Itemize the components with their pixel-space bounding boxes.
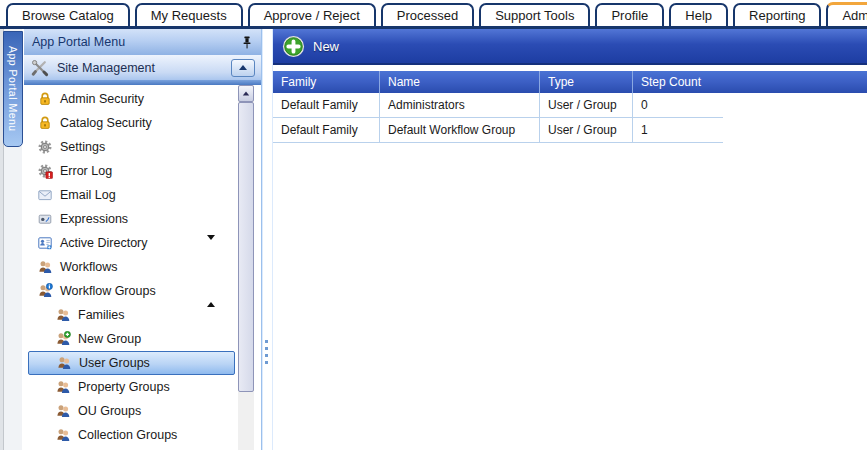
scrollbar-thumb[interactable] bbox=[238, 102, 254, 392]
sidebar-item-label: User Groups bbox=[79, 356, 150, 370]
cell-name: Administrators bbox=[380, 93, 540, 117]
sidebar-menu: Admin Security Catalog Security Settings… bbox=[24, 85, 261, 450]
people-icon bbox=[55, 427, 71, 443]
chevron-up-icon[interactable] bbox=[207, 288, 215, 302]
people-icon bbox=[55, 379, 71, 395]
sidebar-item-label: Email Log bbox=[60, 188, 116, 202]
people-icon bbox=[37, 259, 53, 275]
sidebar-item-settings[interactable]: Settings bbox=[24, 135, 261, 159]
sidebar-item-label: New Group bbox=[78, 332, 141, 346]
cell-type: User / Group bbox=[540, 118, 633, 142]
people-icon bbox=[55, 403, 71, 419]
sidebar-item-label: Settings bbox=[60, 140, 105, 154]
tab-profile[interactable]: Profile bbox=[595, 3, 664, 26]
main-panel: New Family Name Type Step Count Default … bbox=[273, 29, 867, 450]
new-button[interactable]: New bbox=[282, 35, 339, 58]
people-icon bbox=[55, 307, 71, 323]
tab-support-tools[interactable]: Support Tools bbox=[479, 3, 590, 26]
people-info-icon bbox=[37, 283, 53, 299]
gear-error-icon bbox=[37, 163, 53, 179]
people-add-icon bbox=[55, 331, 71, 347]
sidebar-item-label: Collection Groups bbox=[78, 428, 177, 442]
top-tab-bar: Browse Catalog My Requests Approve / Rej… bbox=[0, 0, 867, 29]
sidebar-title: App Portal Menu bbox=[32, 35, 241, 49]
lock-icon bbox=[37, 115, 53, 131]
envelope-icon bbox=[37, 187, 53, 203]
sidebar-item-new-group[interactable]: New Group bbox=[24, 327, 261, 351]
cell-type: User / Group bbox=[540, 93, 633, 117]
sidebar-item-active-directory[interactable]: Active Directory bbox=[24, 231, 261, 255]
people-icon bbox=[56, 355, 72, 371]
app-window: Browse Catalog My Requests Approve / Rej… bbox=[0, 0, 867, 450]
cell-step-count: 1 bbox=[633, 118, 723, 142]
sidebar-item-label: Expressions bbox=[60, 212, 128, 226]
sidebar-header: App Portal Menu bbox=[24, 29, 261, 55]
sidebar-scrollbar[interactable] bbox=[238, 85, 254, 450]
directory-card-icon bbox=[37, 235, 53, 251]
section-label: Site Management bbox=[57, 61, 224, 75]
sidebar-item-admin-security[interactable]: Admin Security bbox=[24, 87, 261, 111]
tab-help[interactable]: Help bbox=[669, 3, 728, 26]
tab-browse-catalog[interactable]: Browse Catalog bbox=[6, 3, 130, 26]
cell-family: Default Family bbox=[273, 93, 380, 117]
data-grid: Family Name Type Step Count Default Fami… bbox=[273, 71, 867, 450]
app-portal-menu-vertical-tab[interactable]: App Portal Menu bbox=[3, 31, 23, 147]
sidebar-item-label: Workflow Groups bbox=[60, 284, 156, 298]
tools-icon bbox=[30, 58, 50, 78]
lock-icon bbox=[37, 91, 53, 107]
pin-icon[interactable] bbox=[241, 35, 253, 50]
table-row[interactable]: Default Family Default Workflow Group Us… bbox=[273, 118, 723, 143]
sidebar-item-label: Error Log bbox=[60, 164, 112, 178]
cell-name: Default Workflow Group bbox=[380, 118, 540, 142]
tab-reporting[interactable]: Reporting bbox=[733, 3, 821, 26]
cell-step-count: 0 bbox=[633, 93, 723, 117]
table-row[interactable]: Default Family Administrators User / Gro… bbox=[273, 93, 723, 118]
sidebar-item-label: Admin Security bbox=[60, 92, 144, 106]
sidebar-item-label: Catalog Security bbox=[60, 116, 152, 130]
sidebar-item-ou-groups[interactable]: OU Groups bbox=[24, 399, 261, 423]
tab-processed[interactable]: Processed bbox=[381, 3, 474, 26]
sidebar-item-label: OU Groups bbox=[78, 404, 141, 418]
new-button-label: New bbox=[313, 39, 339, 54]
column-header-family[interactable]: Family bbox=[273, 71, 380, 93]
sidebar-panel: App Portal Menu Site Management Admin Se… bbox=[24, 29, 261, 450]
column-header-type[interactable]: Type bbox=[540, 71, 633, 93]
section-site-management[interactable]: Site Management bbox=[24, 55, 261, 80]
sidebar-item-catalog-security[interactable]: Catalog Security bbox=[24, 111, 261, 135]
sidebar-item-workflows[interactable]: Workflows bbox=[24, 255, 261, 279]
sidebar-item-label: Active Directory bbox=[60, 236, 148, 250]
sidebar-item-property-groups[interactable]: Property Groups bbox=[24, 375, 261, 399]
up-arrow-icon bbox=[239, 65, 247, 70]
sidebar-item-families[interactable]: Families bbox=[24, 303, 261, 327]
scroll-up-button[interactable] bbox=[238, 85, 254, 102]
sidebar-item-user-groups[interactable]: User Groups bbox=[28, 351, 235, 375]
sidebar-item-label: Workflows bbox=[60, 260, 117, 274]
tab-my-requests[interactable]: My Requests bbox=[135, 3, 243, 26]
gear-icon bbox=[37, 139, 53, 155]
sidebar-item-label: Property Groups bbox=[78, 380, 170, 394]
tab-approve-reject[interactable]: Approve / Reject bbox=[248, 3, 376, 26]
vertical-tab-label: App Portal Menu bbox=[7, 46, 19, 132]
sidebar-item-workflow-groups[interactable]: Workflow Groups bbox=[24, 279, 261, 303]
tab-admin[interactable]: Admin bbox=[826, 2, 867, 26]
toolbar: New bbox=[273, 29, 867, 65]
column-header-step-count[interactable]: Step Count bbox=[633, 71, 773, 93]
chevron-down-icon[interactable] bbox=[207, 240, 215, 254]
sidebar-item-error-log[interactable]: Error Log bbox=[24, 159, 261, 183]
expression-icon bbox=[37, 211, 53, 227]
cell-family: Default Family bbox=[273, 118, 380, 142]
collapse-section-button[interactable] bbox=[231, 59, 255, 77]
sidebar-item-collection-groups[interactable]: Collection Groups bbox=[24, 423, 261, 447]
grid-header: Family Name Type Step Count bbox=[273, 71, 867, 93]
sidebar-item-email-log[interactable]: Email Log bbox=[24, 183, 261, 207]
sidebar-item-label: Families bbox=[78, 308, 125, 322]
sidebar-item-expressions[interactable]: Expressions bbox=[24, 207, 261, 231]
tab-strip: Browse Catalog My Requests Approve / Rej… bbox=[6, 0, 867, 26]
column-header-name[interactable]: Name bbox=[380, 71, 540, 93]
green-plus-icon bbox=[282, 35, 305, 58]
splitter-grip-icon bbox=[265, 340, 268, 364]
